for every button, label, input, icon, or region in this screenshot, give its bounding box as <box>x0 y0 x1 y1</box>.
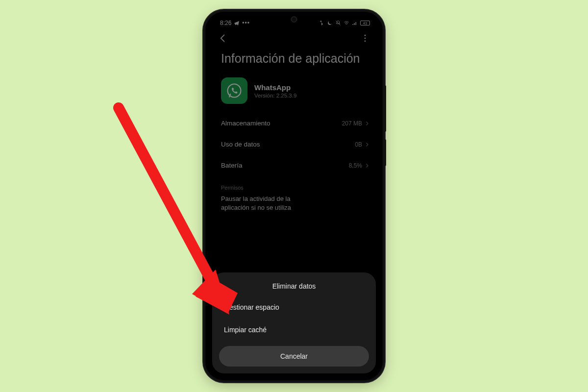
chevron-right-icon <box>364 142 370 147</box>
back-button[interactable] <box>215 30 231 46</box>
moon-icon <box>327 20 333 26</box>
battery-indicator: 43 <box>360 21 370 25</box>
phone-screen: 8:26 ••• 43 <box>208 15 380 377</box>
row-value: 0B <box>355 141 362 148</box>
mute-icon <box>335 20 341 26</box>
svg-point-4 <box>365 35 366 36</box>
app-name: WhatsApp <box>254 83 296 92</box>
status-more-icon: ••• <box>242 20 250 26</box>
chevron-right-icon <box>364 121 370 126</box>
phone-camera-cutout <box>291 16 297 23</box>
chevron-right-icon <box>364 163 370 169</box>
whatsapp-icon <box>221 77 247 104</box>
app-meta: WhatsApp Versión: 2.25.3.9 <box>254 83 296 98</box>
row-battery[interactable]: Batería 8,5% <box>208 155 380 176</box>
battery-text: 43 <box>363 22 367 25</box>
arrow-left-icon <box>218 33 228 43</box>
telegram-icon <box>234 20 240 26</box>
svg-line-0 <box>119 108 217 292</box>
app-bar <box>208 28 380 48</box>
row-label: Batería <box>221 162 243 169</box>
phone-side-button <box>384 139 386 166</box>
row-storage[interactable]: Almacenamiento 207 MB <box>208 113 380 134</box>
row-value: 8,5% <box>349 162 362 169</box>
row-label: Almacenamiento <box>221 120 270 127</box>
more-vertical-icon <box>360 33 370 43</box>
svg-point-6 <box>365 41 366 42</box>
wifi-icon <box>343 20 349 26</box>
row-data-usage[interactable]: Uso de datos 0B <box>208 134 380 155</box>
sheet-clear-cache[interactable]: Limpiar caché <box>219 318 369 341</box>
status-time: 8:26 <box>220 20 231 26</box>
row-value: 207 MB <box>342 120 362 127</box>
page-title: Información de aplicación <box>208 48 380 74</box>
phone-frame: 8:26 ••• 43 <box>203 10 385 382</box>
permissions-header: Permisos <box>208 176 380 193</box>
row-label: Uso de datos <box>221 141 260 148</box>
pause-activity-label: Pausar la actividad de la aplicación si … <box>208 193 326 212</box>
delete-data-sheet: Eliminar datos Gestionar espacio Limpiar… <box>212 272 376 373</box>
signal-icon <box>352 20 358 26</box>
bluetooth-icon <box>318 20 324 26</box>
app-version: Versión: 2.25.3.9 <box>254 93 296 98</box>
overflow-menu-button[interactable] <box>357 30 373 46</box>
cancel-label: Cancelar <box>280 352 308 360</box>
sheet-manage-space[interactable]: Gestionar espacio <box>219 296 369 318</box>
sheet-cancel-button[interactable]: Cancelar <box>219 346 369 367</box>
phone-side-button <box>384 85 386 132</box>
app-header: WhatsApp Versión: 2.25.3.9 <box>208 74 380 113</box>
svg-point-5 <box>365 38 366 39</box>
sheet-title: Eliminar datos <box>219 280 369 296</box>
